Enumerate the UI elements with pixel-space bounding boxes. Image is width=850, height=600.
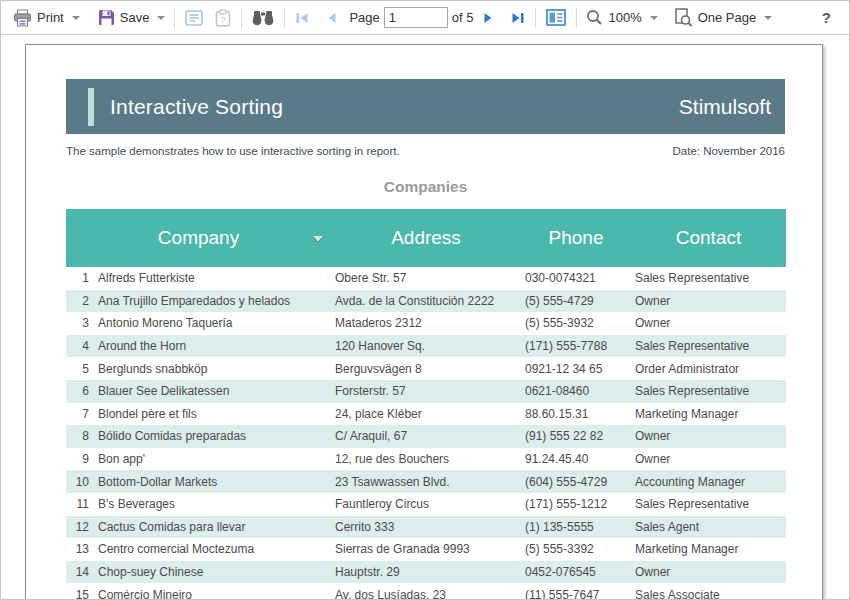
table-row: 1 Alfreds Futterkiste Obere Str. 57 030-… <box>66 267 786 290</box>
table-row: 7 Blondel père et fils 24, place Kléber … <box>66 403 786 426</box>
cell-phone: 91.24.45.40 <box>521 448 631 471</box>
cell-contact: Owner <box>631 290 786 313</box>
cell-phone: 030-0074321 <box>521 267 631 290</box>
first-page-button <box>289 8 315 28</box>
cell-company: Around the Horn <box>94 335 331 358</box>
toolbar-separator <box>284 8 285 28</box>
column-header-address[interactable]: Address <box>331 209 521 267</box>
row-number: 8 <box>66 425 94 448</box>
cell-contact: Sales Representative <box>631 335 786 358</box>
column-header-label: Contact <box>676 227 741 248</box>
cell-company: Berglunds snabbköp <box>94 357 331 380</box>
page-label: Page <box>349 10 379 25</box>
cell-phone: (11) 555-7647 <box>521 583 631 599</box>
caret-down-icon <box>72 16 80 20</box>
cell-company: Ana Trujillo Emparedados y helados <box>94 290 331 313</box>
row-number: 4 <box>66 335 94 358</box>
cell-phone: 0921-12 34 65 <box>521 357 631 380</box>
row-number: 2 <box>66 290 94 313</box>
row-number: 15 <box>66 583 94 599</box>
table-row: 2 Ana Trujillo Emparedados y helados Avd… <box>66 290 786 313</box>
row-number: 10 <box>66 470 94 493</box>
caret-down-icon <box>157 16 165 20</box>
cell-contact: Marketing Manager <box>631 403 786 426</box>
toolbar-separator <box>174 8 175 28</box>
cell-phone: (1) 135-5555 <box>521 516 631 539</box>
print-button[interactable]: Print <box>8 6 85 30</box>
cell-company: Bólido Comidas preparadas <box>94 425 331 448</box>
cell-phone: (171) 555-1212 <box>521 493 631 516</box>
table-row: 8 Bólido Comidas preparadas C/ Araquil, … <box>66 425 786 448</box>
table-header-row: Company Address Phone Contact <box>66 209 786 267</box>
table-row: 10 Bottom-Dollar Markets 23 Tsawwassen B… <box>66 470 786 493</box>
cell-address: Fauntleroy Circus <box>331 493 521 516</box>
cell-contact: Marketing Manager <box>631 538 786 561</box>
cell-address: 12, rue des Bouchers <box>331 448 521 471</box>
help-button[interactable]: ? <box>814 7 839 28</box>
cell-address: Hauptstr. 29 <box>331 561 521 584</box>
save-button[interactable]: Save <box>93 6 171 29</box>
cell-phone: 88.60.15.31 <box>521 403 631 426</box>
last-page-button[interactable] <box>505 8 531 28</box>
report-page: Interactive Sorting Stimulsoft The sampl… <box>25 44 823 599</box>
cell-contact: Sales Representative <box>631 380 786 403</box>
cell-phone: 0621-08460 <box>521 380 631 403</box>
next-page-button[interactable] <box>477 8 501 28</box>
column-header-phone[interactable]: Phone <box>521 209 631 267</box>
cell-company: Bottom-Dollar Markets <box>94 470 331 493</box>
cell-company: Alfreds Futterkiste <box>94 267 331 290</box>
print-label: Print <box>37 10 64 25</box>
cell-company: Centro comercial Moctezuma <box>94 538 331 561</box>
cell-contact: Sales Associate <box>631 583 786 599</box>
cell-phone: (5) 555-3932 <box>521 312 631 335</box>
accent-bar <box>88 88 94 126</box>
caret-down-icon <box>650 16 658 20</box>
bookmarks-panel-icon <box>546 9 566 26</box>
cell-company: Antonio Moreno Taquería <box>94 312 331 335</box>
table-row: 14 Chop-suey Chinese Hauptstr. 29 0452-0… <box>66 561 786 584</box>
report-viewer-window: Print Save <box>0 0 850 600</box>
row-number: 13 <box>66 538 94 561</box>
cell-company: Bon app' <box>94 448 331 471</box>
cell-phone: (91) 555 22 82 <box>521 425 631 448</box>
cell-address: Forsterstr. 57 <box>331 380 521 403</box>
toolbar-separator <box>535 8 536 28</box>
column-header-contact[interactable]: Contact <box>631 209 786 267</box>
brand-label: Stimulsoft <box>679 95 771 119</box>
zoom-button[interactable]: 100% <box>581 6 662 29</box>
table-row: 15 Comércio Mineiro Av. dos Lusíadas, 23… <box>66 583 786 599</box>
last-page-icon <box>511 11 525 25</box>
cell-phone: (5) 555-3392 <box>521 538 631 561</box>
view-mode-button[interactable]: One Page <box>669 5 778 30</box>
cell-address: Obere Str. 57 <box>331 267 521 290</box>
row-number: 3 <box>66 312 94 335</box>
cell-address: Cerrito 333 <box>331 516 521 539</box>
row-number: 5 <box>66 357 94 380</box>
view-mode-label: One Page <box>698 10 757 25</box>
table-row: 5 Berglunds snabbköp Berguvsvägen 8 0921… <box>66 357 786 380</box>
report-description: The sample demonstrates how to use inter… <box>66 145 400 157</box>
one-page-icon <box>674 8 693 27</box>
company-table-body: 1 Alfreds Futterkiste Obere Str. 57 030-… <box>66 267 786 599</box>
cell-address: C/ Araquil, 67 <box>331 425 521 448</box>
cell-contact: Sales Agent <box>631 516 786 539</box>
cell-contact: Owner <box>631 448 786 471</box>
binoculars-icon <box>252 9 274 26</box>
row-number: 7 <box>66 403 94 426</box>
bookmarks-button[interactable] <box>540 6 572 29</box>
cell-phone: (604) 555-4729 <box>521 470 631 493</box>
table-row: 13 Centro comercial Moctezuma Sierras de… <box>66 538 786 561</box>
column-header-company[interactable]: Company <box>66 209 331 267</box>
first-page-icon <box>295 11 309 25</box>
cell-address: Berguvsvägen 8 <box>331 357 521 380</box>
magnifier-icon <box>586 9 603 26</box>
page-number-input[interactable] <box>384 7 448 28</box>
cell-contact: Owner <box>631 561 786 584</box>
zoom-level-label: 100% <box>608 10 641 25</box>
cell-phone: (5) 555-4729 <box>521 290 631 313</box>
find-button[interactable] <box>246 6 280 29</box>
column-header-label: Company <box>158 227 239 248</box>
table-row: 6 Blauer See Delikatessen Forsterstr. 57… <box>66 380 786 403</box>
row-number: 1 <box>66 267 94 290</box>
parameters-button <box>179 7 209 29</box>
